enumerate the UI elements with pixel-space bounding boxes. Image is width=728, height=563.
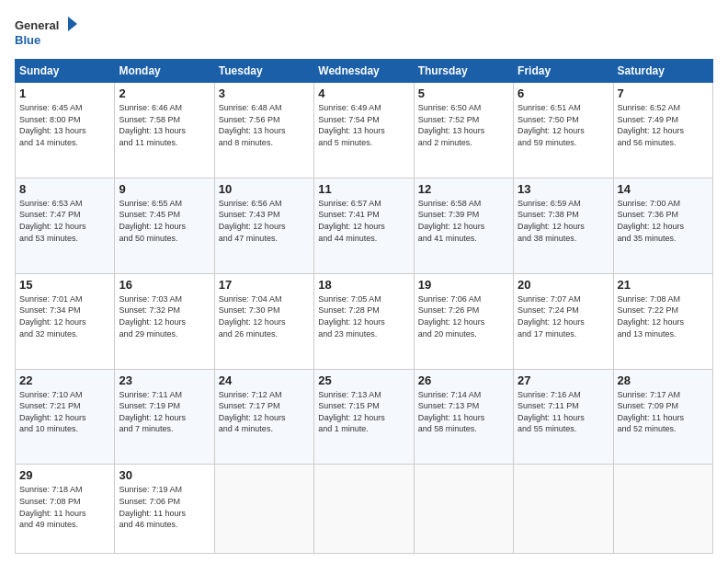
day-number: 5 [418, 86, 509, 100]
day-number: 15 [19, 278, 110, 292]
calendar-cell: 15Sunrise: 7:01 AM Sunset: 7:34 PM Dayli… [16, 273, 115, 369]
calendar-cell: 30Sunrise: 7:19 AM Sunset: 7:06 PM Dayli… [115, 465, 214, 554]
day-number: 11 [318, 182, 409, 196]
day-info: Sunrise: 7:18 AM Sunset: 7:08 PM Dayligh… [19, 484, 110, 530]
header: General Blue [15, 15, 713, 52]
calendar-cell [414, 465, 513, 554]
calendar-cell [613, 465, 712, 554]
day-info: Sunrise: 7:19 AM Sunset: 7:06 PM Dayligh… [119, 484, 210, 530]
calendar-cell: 21Sunrise: 7:08 AM Sunset: 7:22 PM Dayli… [613, 273, 712, 369]
day-header-sunday: Sunday [16, 60, 115, 83]
calendar-cell [314, 465, 414, 554]
calendar-cell: 16Sunrise: 7:03 AM Sunset: 7:32 PM Dayli… [115, 273, 214, 369]
day-number: 21 [618, 278, 709, 292]
header-row: SundayMondayTuesdayWednesdayThursdayFrid… [16, 60, 713, 83]
calendar-cell: 7Sunrise: 6:52 AM Sunset: 7:49 PM Daylig… [613, 83, 712, 178]
calendar-cell: 24Sunrise: 7:12 AM Sunset: 7:17 PM Dayli… [214, 369, 313, 465]
calendar-cell: 23Sunrise: 7:11 AM Sunset: 7:19 PM Dayli… [115, 369, 214, 465]
day-number: 16 [119, 278, 210, 292]
day-info: Sunrise: 6:46 AM Sunset: 7:58 PM Dayligh… [119, 102, 210, 148]
calendar-cell [514, 465, 613, 554]
calendar-cell: 11Sunrise: 6:57 AM Sunset: 7:41 PM Dayli… [314, 178, 414, 273]
day-number: 9 [119, 182, 210, 196]
day-info: Sunrise: 7:11 AM Sunset: 7:19 PM Dayligh… [119, 389, 210, 435]
calendar-page: General Blue SundayMondayTuesdayWednesda… [0, 0, 728, 563]
calendar-cell: 3Sunrise: 6:48 AM Sunset: 7:56 PM Daylig… [214, 83, 313, 178]
day-info: Sunrise: 6:58 AM Sunset: 7:39 PM Dayligh… [418, 198, 509, 244]
day-info: Sunrise: 7:08 AM Sunset: 7:22 PM Dayligh… [618, 293, 709, 339]
day-number: 29 [19, 468, 110, 482]
day-number: 26 [418, 373, 509, 387]
day-number: 22 [19, 373, 110, 387]
day-number: 1 [19, 86, 110, 100]
day-header-saturday: Saturday [613, 60, 712, 83]
calendar-table: SundayMondayTuesdayWednesdayThursdayFrid… [15, 59, 713, 554]
day-info: Sunrise: 6:59 AM Sunset: 7:38 PM Dayligh… [518, 198, 609, 244]
day-number: 8 [19, 182, 110, 196]
calendar-cell: 14Sunrise: 7:00 AM Sunset: 7:36 PM Dayli… [613, 178, 712, 273]
day-info: Sunrise: 6:52 AM Sunset: 7:49 PM Dayligh… [618, 102, 709, 148]
day-number: 6 [518, 86, 609, 100]
day-number: 2 [119, 86, 210, 100]
svg-text:General: General [15, 18, 59, 32]
calendar-cell: 13Sunrise: 6:59 AM Sunset: 7:38 PM Dayli… [514, 178, 613, 273]
day-info: Sunrise: 6:49 AM Sunset: 7:54 PM Dayligh… [318, 102, 409, 148]
day-info: Sunrise: 7:17 AM Sunset: 7:09 PM Dayligh… [618, 389, 709, 435]
calendar-cell: 9Sunrise: 6:55 AM Sunset: 7:45 PM Daylig… [115, 178, 214, 273]
day-info: Sunrise: 7:14 AM Sunset: 7:13 PM Dayligh… [418, 389, 509, 435]
calendar-cell: 19Sunrise: 7:06 AM Sunset: 7:26 PM Dayli… [414, 273, 513, 369]
calendar-cell: 26Sunrise: 7:14 AM Sunset: 7:13 PM Dayli… [414, 369, 513, 465]
logo: General Blue [15, 15, 79, 52]
day-info: Sunrise: 7:16 AM Sunset: 7:11 PM Dayligh… [518, 389, 609, 435]
day-number: 30 [119, 468, 210, 482]
day-number: 28 [618, 373, 709, 387]
day-info: Sunrise: 6:51 AM Sunset: 7:50 PM Dayligh… [518, 102, 609, 148]
day-number: 10 [219, 182, 310, 196]
day-info: Sunrise: 7:04 AM Sunset: 7:30 PM Dayligh… [219, 293, 310, 339]
calendar-cell: 10Sunrise: 6:56 AM Sunset: 7:43 PM Dayli… [214, 178, 313, 273]
day-number: 23 [119, 373, 210, 387]
calendar-cell: 25Sunrise: 7:13 AM Sunset: 7:15 PM Dayli… [314, 369, 414, 465]
day-info: Sunrise: 6:53 AM Sunset: 7:47 PM Dayligh… [19, 198, 110, 244]
day-info: Sunrise: 6:50 AM Sunset: 7:52 PM Dayligh… [418, 102, 509, 148]
day-info: Sunrise: 6:48 AM Sunset: 7:56 PM Dayligh… [219, 102, 310, 148]
day-header-monday: Monday [115, 60, 214, 83]
day-info: Sunrise: 7:10 AM Sunset: 7:21 PM Dayligh… [19, 389, 110, 435]
calendar-cell: 18Sunrise: 7:05 AM Sunset: 7:28 PM Dayli… [314, 273, 414, 369]
calendar-cell: 1Sunrise: 6:45 AM Sunset: 8:00 PM Daylig… [16, 83, 115, 178]
day-info: Sunrise: 7:03 AM Sunset: 7:32 PM Dayligh… [119, 293, 210, 339]
calendar-cell: 5Sunrise: 6:50 AM Sunset: 7:52 PM Daylig… [414, 83, 513, 178]
day-number: 17 [219, 278, 310, 292]
day-number: 3 [219, 86, 310, 100]
calendar-cell: 12Sunrise: 6:58 AM Sunset: 7:39 PM Dayli… [414, 178, 513, 273]
logo-svg: General Blue [15, 15, 79, 52]
day-number: 14 [618, 182, 709, 196]
day-number: 12 [418, 182, 509, 196]
day-info: Sunrise: 6:56 AM Sunset: 7:43 PM Dayligh… [219, 198, 310, 244]
day-number: 20 [518, 278, 609, 292]
day-header-thursday: Thursday [414, 60, 513, 83]
svg-text:Blue: Blue [15, 33, 40, 47]
day-header-wednesday: Wednesday [314, 60, 414, 83]
day-number: 7 [618, 86, 709, 100]
day-number: 25 [318, 373, 409, 387]
day-number: 19 [418, 278, 509, 292]
calendar-cell: 4Sunrise: 6:49 AM Sunset: 7:54 PM Daylig… [314, 83, 414, 178]
calendar-cell: 29Sunrise: 7:18 AM Sunset: 7:08 PM Dayli… [16, 465, 115, 554]
svg-marker-2 [68, 17, 77, 31]
day-header-friday: Friday [514, 60, 613, 83]
day-info: Sunrise: 7:06 AM Sunset: 7:26 PM Dayligh… [418, 293, 509, 339]
calendar-cell: 17Sunrise: 7:04 AM Sunset: 7:30 PM Dayli… [214, 273, 313, 369]
day-number: 4 [318, 86, 409, 100]
day-header-tuesday: Tuesday [214, 60, 313, 83]
day-info: Sunrise: 7:00 AM Sunset: 7:36 PM Dayligh… [618, 198, 709, 244]
calendar-cell: 28Sunrise: 7:17 AM Sunset: 7:09 PM Dayli… [613, 369, 712, 465]
calendar-cell: 2Sunrise: 6:46 AM Sunset: 7:58 PM Daylig… [115, 83, 214, 178]
calendar-cell: 6Sunrise: 6:51 AM Sunset: 7:50 PM Daylig… [514, 83, 613, 178]
day-info: Sunrise: 7:07 AM Sunset: 7:24 PM Dayligh… [518, 293, 609, 339]
day-number: 13 [518, 182, 609, 196]
day-info: Sunrise: 6:55 AM Sunset: 7:45 PM Dayligh… [119, 198, 210, 244]
day-info: Sunrise: 7:05 AM Sunset: 7:28 PM Dayligh… [318, 293, 409, 339]
calendar-cell [214, 465, 313, 554]
day-number: 24 [219, 373, 310, 387]
